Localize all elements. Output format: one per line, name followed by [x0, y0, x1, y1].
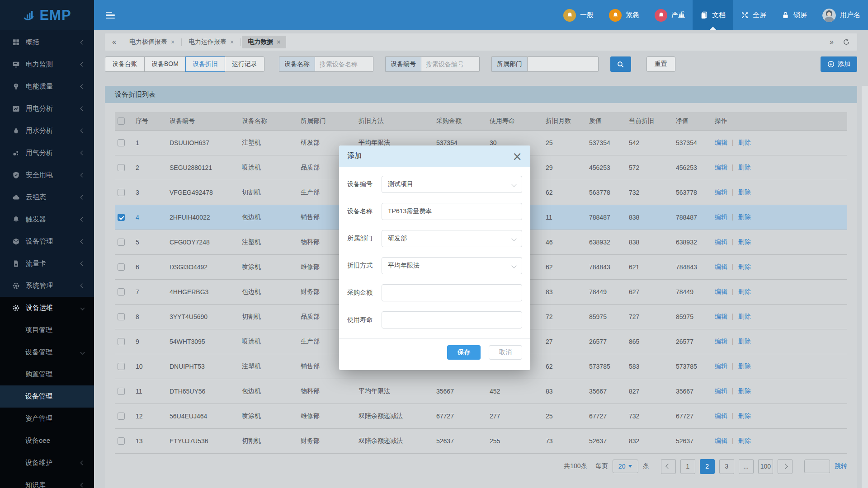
row-checkbox[interactable]	[118, 239, 125, 246]
row-checkbox[interactable]	[118, 388, 125, 395]
next-page-button[interactable]	[778, 459, 793, 474]
save-button[interactable]: 保存	[447, 345, 481, 360]
edit-link[interactable]: 编辑	[715, 238, 727, 245]
row-checkbox[interactable]	[118, 437, 125, 445]
tabs-scroll-left-icon[interactable]: «	[112, 38, 116, 46]
header-item-fullscreen[interactable]: 全屏	[733, 0, 774, 30]
header-item-lockscreen[interactable]: 锁屏	[774, 0, 815, 30]
edit-link[interactable]: 编辑	[715, 213, 727, 221]
edit-link[interactable]: 编辑	[715, 362, 727, 370]
search-button[interactable]	[610, 56, 631, 72]
row-checkbox[interactable]	[118, 214, 125, 221]
prev-page-button[interactable]	[661, 459, 676, 474]
delete-link[interactable]: 删除	[738, 437, 751, 444]
sidebar-item[interactable]: 电能质量	[0, 75, 94, 98]
delete-link[interactable]: 删除	[738, 412, 751, 419]
sidebar-subitem[interactable]: 资产管理	[0, 408, 94, 430]
menu-collapse-icon[interactable]	[94, 0, 126, 30]
sidebar-item[interactable]: 电力监测	[0, 53, 94, 75]
row-checkbox[interactable]	[118, 288, 125, 296]
edit-link[interactable]: 编辑	[715, 164, 727, 171]
delete-link[interactable]: 删除	[738, 313, 751, 320]
view-button[interactable]: 设备BOM	[144, 56, 186, 72]
view-button[interactable]: 设备折旧	[185, 56, 225, 72]
scrollbar[interactable]	[862, 86, 868, 488]
header-item-docs[interactable]: 文档	[693, 0, 733, 30]
sidebar-item[interactable]: 用水分析	[0, 120, 94, 142]
row-checkbox[interactable]	[118, 313, 125, 320]
page-button[interactable]: 2	[700, 459, 715, 474]
select-field[interactable]: 研发部	[382, 230, 522, 247]
edit-link[interactable]: 编辑	[715, 338, 727, 345]
select-all-checkbox[interactable]	[118, 117, 125, 125]
sidebar-item[interactable]: 系统管理	[0, 275, 94, 297]
sidebar-group-ops[interactable]: 设备运维	[0, 297, 94, 319]
sidebar-subitem[interactable]: 设备管理	[0, 385, 94, 408]
cancel-button[interactable]: 取消	[489, 345, 522, 360]
close-icon[interactable]: ×	[512, 150, 522, 162]
header-item-user[interactable]: 用户名	[815, 0, 868, 30]
tab[interactable]: 电力数据×	[242, 36, 286, 48]
jump-button[interactable]: 跳转	[835, 462, 847, 470]
row-checkbox[interactable]	[118, 139, 125, 146]
sidebar-subitem[interactable]: 设备oee	[0, 430, 94, 452]
tab[interactable]: 电力极值报表×	[123, 36, 180, 48]
delete-link[interactable]: 删除	[738, 338, 751, 345]
sidebar-subitem[interactable]: 购置管理	[0, 363, 94, 385]
refresh-icon[interactable]	[843, 38, 850, 46]
sidebar-item[interactable]: 触发器	[0, 208, 94, 230]
sidebar-subitem[interactable]: 项目管理	[0, 319, 94, 341]
row-checkbox[interactable]	[118, 189, 125, 196]
sidebar-subitem[interactable]: 设备维护	[0, 452, 94, 474]
tabs-scroll-right-icon[interactable]: »	[830, 38, 834, 46]
sidebar-item[interactable]: 云组态	[0, 186, 94, 208]
edit-link[interactable]: 编辑	[715, 387, 727, 394]
text-field[interactable]	[382, 311, 522, 328]
text-field[interactable]	[382, 203, 522, 220]
row-checkbox[interactable]	[118, 263, 125, 271]
select-field[interactable]: 测试项目	[382, 176, 522, 193]
delete-link[interactable]: 删除	[738, 238, 751, 245]
edit-link[interactable]: 编辑	[715, 313, 727, 320]
tab[interactable]: 电力运作报表×	[183, 36, 240, 48]
sidebar-item[interactable]: 设备管理	[0, 230, 94, 253]
table-row[interactable]: 1256U4EUJ464喷涂机维修部双陪余额递减法677272772567727…	[115, 404, 847, 428]
edit-link[interactable]: 编辑	[715, 437, 727, 444]
edit-link[interactable]: 编辑	[715, 139, 727, 146]
page-button[interactable]: ...	[739, 459, 754, 474]
text-input[interactable]	[388, 208, 516, 215]
table-row[interactable]: 13ETYUJ7U536切割机财务部双陪余额递减法526372557352637…	[115, 428, 847, 453]
delete-link[interactable]: 删除	[738, 139, 751, 146]
sidebar-subitem[interactable]: 知识库	[0, 474, 94, 488]
filter-input[interactable]	[315, 56, 373, 72]
table-row[interactable]: 11DTH65UY56包边机物料部平均年限法356674528335667827…	[115, 379, 847, 404]
reset-button[interactable]: 重置	[646, 56, 675, 72]
sidebar-item[interactable]: 用电分析	[0, 98, 94, 120]
sidebar-item[interactable]: 概括	[0, 31, 94, 53]
edit-link[interactable]: 编辑	[715, 263, 727, 270]
text-field[interactable]	[382, 284, 522, 301]
sidebar-item[interactable]: 用气分析	[0, 142, 94, 164]
sidebar-item[interactable]: 流量卡	[0, 253, 94, 275]
row-checkbox[interactable]	[118, 338, 125, 345]
row-checkbox[interactable]	[118, 164, 125, 171]
delete-link[interactable]: 删除	[738, 263, 751, 270]
sidebar-subitem[interactable]: 设备管理	[0, 341, 94, 363]
delete-link[interactable]: 删除	[738, 288, 751, 295]
jump-page-input[interactable]	[804, 460, 830, 473]
tab-close-icon[interactable]: ×	[277, 39, 280, 45]
view-button[interactable]: 运行记录	[225, 56, 264, 72]
page-button[interactable]: 3	[719, 459, 734, 474]
text-input[interactable]	[388, 316, 516, 324]
header-item-notice-critical[interactable]: 严重	[647, 0, 693, 30]
page-size-select[interactable]: 20	[613, 460, 638, 473]
filter-input[interactable]	[527, 56, 599, 72]
sidebar-item[interactable]: 安全用电	[0, 164, 94, 186]
header-item-notice-urgent[interactable]: 紧急	[601, 0, 647, 30]
edit-link[interactable]: 编辑	[715, 288, 727, 295]
tab-close-icon[interactable]: ×	[230, 39, 234, 45]
delete-link[interactable]: 删除	[738, 164, 751, 171]
delete-link[interactable]: 删除	[738, 387, 751, 394]
add-button[interactable]: 添加	[821, 56, 857, 72]
select-field[interactable]: 平均年限法	[382, 257, 522, 274]
